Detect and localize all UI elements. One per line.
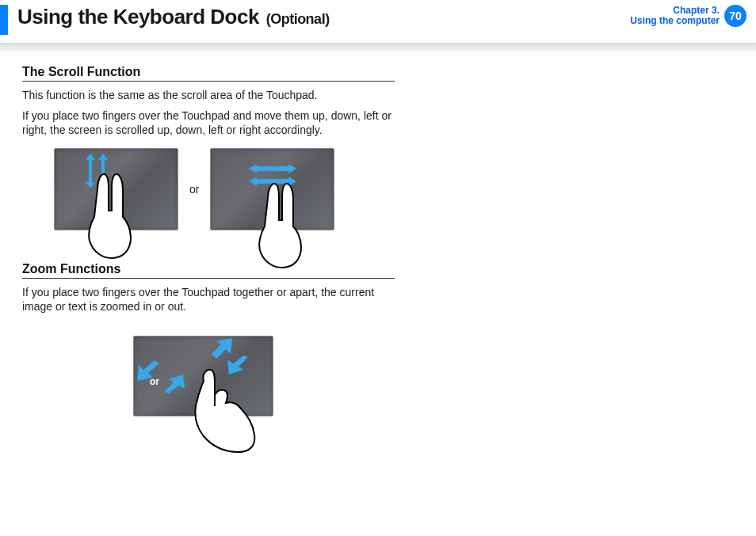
main-content: The Scroll Function This function is the…	[0, 65, 395, 416]
page-number: 70	[729, 10, 742, 22]
two-finger-hand-horizontal-icon	[249, 174, 312, 269]
scroll-section-heading: The Scroll Function	[22, 65, 395, 82]
scroll-para-2: If you place two fingers over the Touchp…	[22, 108, 395, 137]
header-accent-bar	[0, 5, 8, 35]
page-title-suffix: (Optional)	[266, 11, 330, 27]
page-title-main: Using the Keyboard Dock	[17, 5, 259, 29]
header-shadow	[0, 43, 756, 54]
chapter-info: Chapter 3. Using the computer	[630, 6, 720, 26]
scroll-figure-row: or	[54, 148, 395, 230]
chapter-name: Using the computer	[630, 16, 720, 26]
arrow-left-right-top-finger-icon	[249, 163, 296, 174]
page-title: Using the Keyboard Dock (Optional)	[17, 5, 330, 31]
header-right: Chapter 3. Using the computer 70	[630, 5, 746, 27]
page-header: Using the Keyboard Dock (Optional) Chapt…	[0, 0, 756, 43]
scroll-or-label: or	[189, 183, 199, 196]
zoom-or-label: or	[150, 376, 159, 387]
scroll-para-1: This function is the same as the scroll …	[22, 88, 395, 102]
touchpad-horizontal-scroll	[210, 148, 334, 230]
pinch-hand-icon	[180, 367, 267, 454]
page-number-badge: 70	[724, 5, 746, 27]
zoom-figure: Zoom-in Zoom-out or	[101, 336, 339, 416]
touchpad-vertical-scroll	[54, 148, 178, 230]
svg-marker-2	[249, 164, 296, 173]
two-finger-hand-vertical-icon	[78, 165, 142, 260]
zoom-para-1: If you place two fingers over the Touchp…	[22, 285, 395, 314]
zoom-section-heading: Zoom Functions	[22, 262, 395, 279]
touchpad-zoom: or	[133, 336, 273, 416]
